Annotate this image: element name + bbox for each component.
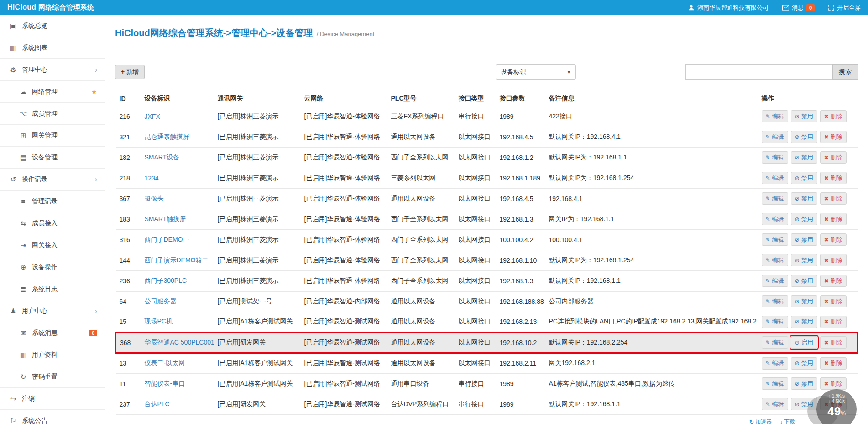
device-name-link[interactable]: JXFX <box>145 113 160 120</box>
sidebar-item-device-ops[interactable]: ⊕设备操作 <box>0 256 105 278</box>
sidebar-item-announcement[interactable]: ⚐系统公告 <box>0 410 105 424</box>
delete-button[interactable]: ✖删除 <box>820 151 847 164</box>
disable-button[interactable]: ⊘禁用 <box>791 377 817 390</box>
disable-button[interactable]: ⊘禁用 <box>791 192 817 205</box>
sidebar-item-messages[interactable]: ✉系统消息0 <box>0 322 105 344</box>
device-name-link[interactable]: 摄像头 <box>145 195 164 202</box>
messages-menu[interactable]: 消息 0 <box>782 4 815 12</box>
edit-button[interactable]: ✎编辑 <box>762 172 788 184</box>
speed-float-ball[interactable]: ↑ 1.9K/s ↓ 4.5K/s 49% <box>816 389 857 424</box>
delete-button[interactable]: ✖删除 <box>820 213 847 225</box>
sidebar-item-mgmt-records[interactable]: ≡管理记录 <box>0 191 105 212</box>
edit-button[interactable]: ✎编辑 <box>762 336 788 349</box>
delete-button[interactable]: ✖删除 <box>820 275 847 287</box>
disable-button[interactable]: ⊘禁用 <box>791 316 817 328</box>
sidebar-item-profile[interactable]: ▥用户资料 <box>0 344 105 366</box>
sidebar-item-password-reset[interactable]: ↻密码重置 <box>0 366 105 388</box>
sidebar-item-gateway-access[interactable]: ⇥网关接入 <box>0 234 105 256</box>
delete-button[interactable]: ✖删除 <box>820 233 847 246</box>
delete-button[interactable]: ✖删除 <box>820 110 847 122</box>
disable-button[interactable]: ⊘禁用 <box>791 151 817 164</box>
search-input[interactable] <box>685 64 832 80</box>
edit-button[interactable]: ✎编辑 <box>762 275 788 287</box>
disable-button[interactable]: ⊘禁用 <box>791 275 817 287</box>
overlay-link-加速器[interactable]: ↻加速器 <box>749 418 772 424</box>
device-name-link[interactable]: 西门子DEMO一 <box>145 236 189 243</box>
search-button[interactable]: 搜索 <box>832 64 858 80</box>
delete-button[interactable]: ✖删除 <box>820 131 847 143</box>
sidebar-item-mgmt-center[interactable]: ⚙管理中心› <box>0 59 105 81</box>
cell-interface-type: 以太网接口 <box>455 209 496 229</box>
cell-ops: ✎编辑⊘禁用✖删除 <box>758 312 858 332</box>
op-label: 删除 <box>831 359 842 367</box>
delete-button[interactable]: ✖删除 <box>820 357 847 370</box>
delete-button[interactable]: ✖删除 <box>820 336 847 349</box>
edit-button[interactable]: ✎编辑 <box>762 213 788 225</box>
edit-button[interactable]: ✎编辑 <box>762 151 788 164</box>
disable-button[interactable]: ⊘禁用 <box>791 172 817 184</box>
device-name-link[interactable]: 华辰智通AC 500PLC001 <box>145 339 214 346</box>
device-name-link[interactable]: 仪表二-以太网 <box>145 359 185 366</box>
device-name-link[interactable]: SMART触摸屏 <box>145 215 186 223</box>
fullscreen-button[interactable]: 开启全屏 <box>828 4 861 12</box>
edit-button[interactable]: ✎编辑 <box>762 110 788 122</box>
cell-note: 默认网关IP为：192.168.1.1 <box>545 147 758 168</box>
disable-button[interactable]: ⊘禁用 <box>791 233 817 246</box>
sidebar-item-member-mgmt[interactable]: ⌥成员管理 <box>0 103 105 125</box>
edit-button[interactable]: ✎编辑 <box>762 316 788 328</box>
app-brand[interactable]: HiCloud 网络综合管理系统 <box>7 3 94 12</box>
edit-icon: ✎ <box>766 257 770 264</box>
edit-button[interactable]: ✎编辑 <box>762 254 788 266</box>
edit-button[interactable]: ✎编辑 <box>762 295 788 307</box>
disable-button[interactable]: ⊘禁用 <box>791 131 817 143</box>
device-filter-dropdown[interactable]: 设备标识 ▼ <box>496 64 576 80</box>
edit-button[interactable]: ✎编辑 <box>762 233 788 246</box>
edit-button[interactable]: ✎编辑 <box>762 357 788 370</box>
op-label: 删除 <box>831 297 842 306</box>
delete-button[interactable]: ✖删除 <box>820 316 847 328</box>
device-name-link[interactable]: 公司服务器 <box>145 297 177 305</box>
device-name-link[interactable]: 西门子300PLC <box>145 277 187 284</box>
sidebar-item-member-access[interactable]: ⇆成员接入 <box>0 212 105 234</box>
device-name-link[interactable]: 昆仑通泰触摸屏 <box>145 133 189 140</box>
sidebar-item-label: 系统公告 <box>22 417 47 424</box>
delete-button[interactable]: ✖删除 <box>820 254 847 266</box>
delete-button[interactable]: ✖删除 <box>820 377 847 390</box>
sidebar-item-logout[interactable]: ↪注销 <box>0 388 105 410</box>
page-subtitle: / Device Management <box>317 31 374 37</box>
disable-button[interactable]: ⊘禁用 <box>791 295 817 307</box>
sidebar-item-gateway-mgmt[interactable]: ⊞网关管理 <box>0 125 105 147</box>
device-name-link[interactable]: 现场PC机 <box>145 318 173 325</box>
disable-button[interactable]: ⊘禁用 <box>791 254 817 266</box>
device-name-link[interactable]: 智能仪表-串口 <box>145 380 185 387</box>
sidebar-item-syslog[interactable]: ≣系统日志 <box>0 278 105 300</box>
disable-button[interactable]: ⊘禁用 <box>791 357 817 370</box>
op-label: 删除 <box>831 318 842 326</box>
sidebar-item-op-records[interactable]: ↺操作记录› <box>0 169 105 191</box>
device-name-link[interactable]: 1234 <box>145 175 159 182</box>
disable-button[interactable]: ⊘禁用 <box>791 110 817 122</box>
delete-button[interactable]: ✖删除 <box>820 172 847 184</box>
sidebar-item-overview[interactable]: ▣系统总览 <box>0 15 105 37</box>
edit-button[interactable]: ✎编辑 <box>762 131 788 143</box>
sidebar-item-device-mgmt[interactable]: ▤设备管理 <box>0 147 105 169</box>
sidebar-item-network-mgmt[interactable]: ☁网络管理★ <box>0 81 105 103</box>
edit-button[interactable]: ✎编辑 <box>762 398 788 410</box>
company-menu[interactable]: 湖南华辰智通科技有限公司 <box>688 4 769 12</box>
edit-button[interactable]: ✎编辑 <box>762 192 788 205</box>
sidebar-item-label: 设备操作 <box>32 263 58 271</box>
delete-button[interactable]: ✖删除 <box>820 192 847 205</box>
sidebar-item-charts[interactable]: ▦系统图表 <box>0 37 105 59</box>
disable-button[interactable]: ⊘禁用 <box>791 213 817 225</box>
device-name-link[interactable]: 台达PLC <box>145 400 170 408</box>
column-header: 操作 <box>758 92 858 106</box>
overlay-link-下载[interactable]: ↓下载 <box>780 418 795 424</box>
enable-button[interactable]: ⊙启用 <box>791 336 817 349</box>
add-device-button[interactable]: +新增 <box>115 65 145 79</box>
cell-plc-model: 西门子全系列以太网 <box>387 229 455 250</box>
delete-button[interactable]: ✖删除 <box>820 295 847 307</box>
sidebar-item-user-center[interactable]: ♟用户中心› <box>0 300 105 322</box>
device-name-link[interactable]: 西门子演示DEMO箱二 <box>145 256 209 264</box>
device-name-link[interactable]: SMART设备 <box>145 154 180 161</box>
edit-button[interactable]: ✎编辑 <box>762 377 788 390</box>
